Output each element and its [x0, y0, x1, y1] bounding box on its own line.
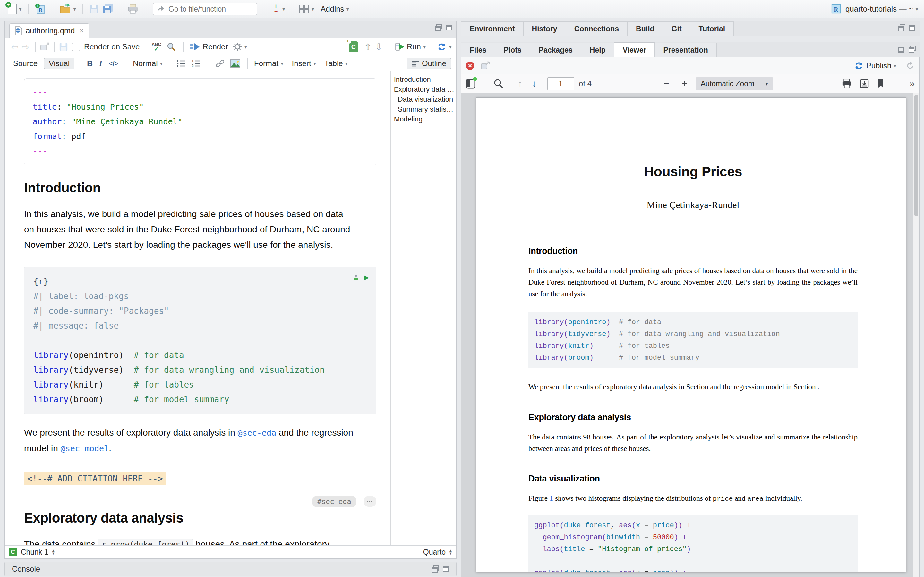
save-icon[interactable]	[59, 42, 68, 51]
yaml-header-block[interactable]: ---title: "Housing Prices"author: "Mine …	[24, 78, 376, 165]
next-page-icon[interactable]: ↓	[532, 79, 536, 89]
numbered-list-icon[interactable]: 1 2	[191, 59, 201, 68]
maximize-pane-icon[interactable]	[909, 45, 916, 53]
run-chunk-icon[interactable]: ▶	[364, 273, 368, 282]
save-all-button[interactable]	[101, 3, 116, 15]
zoom-level-select[interactable]: Automatic Zoom ▾	[696, 77, 773, 90]
pdf-scrollbar-thumb[interactable]	[914, 95, 918, 216]
chunk-stepper-icon[interactable]: ▲▼	[52, 549, 55, 555]
close-icon[interactable]: ×	[79, 26, 84, 35]
source-mode-button[interactable]: Source	[10, 58, 41, 69]
sidebar-toggle-button[interactable]	[466, 78, 475, 89]
new-project-button[interactable]: R +	[33, 2, 48, 16]
document-mode-label[interactable]: Quarto	[423, 548, 446, 556]
outline-item[interactable]: Exploratory data …	[394, 84, 454, 94]
maximize-pane-icon[interactable]	[909, 24, 916, 31]
outline-item[interactable]: Summary statis…	[394, 104, 454, 114]
rerun-icon[interactable]	[437, 42, 447, 51]
section-options-button[interactable]: •••	[363, 496, 376, 507]
chunk-status-label[interactable]: Chunk 1	[21, 548, 48, 556]
render-button[interactable]: Render	[188, 41, 230, 53]
pdf-save-icon[interactable]	[859, 79, 869, 89]
minimize-pane-icon[interactable]	[432, 566, 439, 572]
bold-button[interactable]: B	[87, 59, 93, 68]
tab-connections[interactable]: Connections	[566, 21, 628, 36]
pdf-scrollbar[interactable]	[913, 93, 919, 577]
tab-environment[interactable]: Environment	[461, 21, 523, 36]
italic-button[interactable]: I	[99, 59, 102, 68]
pdf-more-tools-icon[interactable]: »	[909, 78, 915, 89]
publish-button[interactable]: Publish ▾	[854, 61, 897, 70]
tab-packages[interactable]: Packages	[530, 43, 582, 57]
paragraph-style-select[interactable]: Normal ▾	[131, 58, 165, 69]
pdf-print-icon[interactable]	[842, 79, 852, 89]
save-button[interactable]	[87, 3, 101, 15]
new-file-button[interactable]: + ▾	[6, 2, 24, 16]
gear-icon[interactable]	[233, 42, 242, 51]
tab-plots[interactable]: Plots	[495, 43, 530, 57]
minimize-pane-icon[interactable]	[435, 24, 442, 31]
chevron-down-icon[interactable]: ▾	[244, 44, 247, 50]
zoom-in-icon[interactable]: +	[682, 79, 687, 89]
back-icon[interactable]: ⇦	[11, 42, 18, 52]
tab-authoring-qmd[interactable]: authoring.qmd ×	[9, 23, 89, 38]
run-button[interactable]: Run ▾	[393, 41, 428, 53]
workspace-panes-button[interactable]: ▾	[296, 3, 317, 15]
pdf-search-icon[interactable]	[493, 79, 504, 89]
run-chunks-above-icon[interactable]: ▼	[354, 274, 359, 280]
tab-viewer[interactable]: Viewer	[614, 42, 655, 57]
tab-help[interactable]: Help	[582, 43, 614, 57]
previous-page-icon[interactable]: ↑	[518, 79, 522, 89]
tab-git[interactable]: Git	[663, 21, 690, 36]
pdf-document-area[interactable]: Housing Prices Mine Çetinkaya-Rundel Int…	[461, 93, 919, 577]
insert-chunk-button[interactable]: C +	[349, 41, 359, 52]
code-format-button[interactable]: </>	[109, 60, 118, 67]
chevron-down-icon[interactable]: ▾	[449, 44, 452, 50]
format-menu[interactable]: Format▾	[252, 58, 286, 69]
maximize-pane-icon[interactable]	[442, 566, 449, 572]
table-menu[interactable]: Table▾	[322, 58, 350, 69]
render-on-save-checkbox[interactable]	[72, 43, 80, 51]
console-pane-header[interactable]: Console	[5, 562, 457, 576]
minimize-pane-icon[interactable]	[898, 24, 905, 31]
pdf-bookmark-icon[interactable]	[877, 79, 885, 89]
tab-files[interactable]: Files	[461, 43, 495, 57]
r-code-chunk[interactable]: ▼ ▶ {r}#| label: load-pkgs#| code-summar…	[24, 267, 376, 414]
page-number-input[interactable]	[548, 77, 574, 90]
popout-icon[interactable]	[481, 61, 490, 70]
image-icon[interactable]	[230, 59, 240, 68]
outline-toggle-button[interactable]: Outline	[407, 58, 451, 69]
go-prev-section-icon[interactable]: ⇧	[364, 42, 372, 52]
zoom-out-icon[interactable]: −	[664, 79, 669, 89]
goto-file-function-box[interactable]	[153, 3, 257, 15]
forward-icon[interactable]: ⇨	[21, 42, 29, 52]
visual-mode-button[interactable]: Visual	[44, 58, 74, 69]
go-next-section-icon[interactable]: ⇩	[375, 42, 382, 52]
outline-item[interactable]: Modeling	[394, 114, 454, 124]
tab-build[interactable]: Build	[628, 21, 663, 36]
spellcheck-icon[interactable]: ABC ✓	[152, 42, 161, 52]
bullet-list-icon[interactable]	[176, 59, 186, 68]
tab-presentation[interactable]: Presentation	[655, 43, 716, 57]
mode-stepper-icon[interactable]: ▲▼	[449, 549, 452, 555]
link-icon[interactable]	[215, 59, 225, 68]
refresh-icon[interactable]	[906, 61, 915, 70]
version-control-button[interactable]: + − ▾	[270, 2, 287, 16]
addins-button[interactable]: Addins ▾	[318, 3, 351, 15]
goto-input[interactable]	[168, 5, 243, 14]
outline-item[interactable]: Introduction	[394, 74, 454, 84]
tab-tutorial[interactable]: Tutorial	[690, 21, 734, 36]
print-button[interactable]	[126, 3, 140, 15]
clear-viewer-icon[interactable]: ✕	[466, 61, 474, 70]
open-file-button[interactable]: ▾	[58, 3, 78, 15]
maximize-pane-icon[interactable]	[445, 24, 452, 31]
minimize-pane-icon[interactable]	[898, 45, 905, 53]
search-icon[interactable]	[166, 42, 176, 52]
project-selector[interactable]: R quarto-tutorials — ~ ▾	[830, 3, 918, 15]
tab-history[interactable]: History	[523, 21, 566, 36]
popout-icon[interactable]	[40, 42, 50, 51]
outline-item[interactable]: Data visualization	[394, 94, 454, 104]
chevron-down-icon: ▾	[915, 6, 918, 13]
visual-editor-content[interactable]: ---title: "Housing Prices"author: "Mine …	[5, 71, 391, 545]
insert-menu[interactable]: Insert▾	[290, 58, 318, 69]
